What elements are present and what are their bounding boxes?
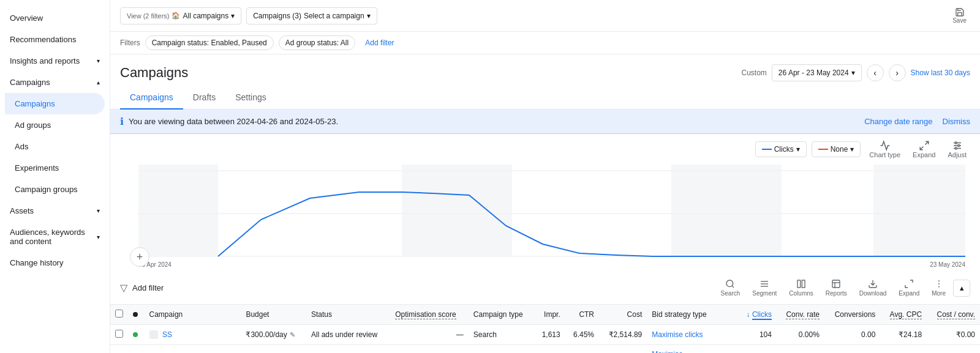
- conversions-header[interactable]: Conversions: [824, 305, 880, 325]
- svg-rect-23: [797, 280, 801, 288]
- next-date-button[interactable]: ›: [889, 64, 906, 81]
- budget-header[interactable]: Budget: [241, 305, 306, 325]
- sidebar-item-overview[interactable]: Overview: [0, 7, 105, 29]
- sidebar-item-label: Campaigns: [15, 99, 55, 108]
- row-bid-strategy-cell: Maximise clicks: [647, 325, 737, 345]
- campaign-name-link[interactable]: SS: [162, 330, 172, 339]
- change-date-range-link[interactable]: Change date range: [864, 117, 932, 126]
- row-campaign-type-cell: Search: [469, 345, 534, 354]
- chevron-down-icon: ▾: [851, 69, 855, 77]
- row-conv-rate-cell: 0.00%: [777, 325, 824, 345]
- view-filter-button[interactable]: View (2 filters) 🏠 All campaigns ▾: [120, 7, 241, 24]
- row-clicks-cell: 5: [738, 345, 777, 354]
- expand-table-button[interactable]: Expand: [894, 277, 924, 299]
- x-label-end: 23 May 2024: [930, 261, 965, 268]
- clicks-metric-button[interactable]: Clicks ▾: [755, 141, 807, 157]
- row-cost-cell: ₹354.07: [599, 345, 647, 354]
- sidebar-item-campaigns-parent[interactable]: Campaigns ▴: [0, 72, 110, 93]
- select-all-header[interactable]: [110, 305, 128, 325]
- sidebar-item-ads[interactable]: Ads: [5, 136, 105, 157]
- row-budget-cell: ₹300.00/day ✎: [241, 325, 306, 345]
- cost-conv-header[interactable]: Cost / conv.: [927, 305, 980, 325]
- select-all-checkbox[interactable]: [115, 310, 123, 318]
- svg-rect-24: [802, 280, 805, 288]
- row-avg-cpc-cell: ₹10.81: [880, 345, 927, 354]
- bid-strategy-link[interactable]: Maximise Maximise conversions: [652, 350, 724, 353]
- row-ctr-cell: 5.81%: [565, 345, 599, 354]
- chart-type-button[interactable]: Chart type: [865, 139, 904, 160]
- prev-date-button[interactable]: ‹: [867, 64, 884, 81]
- row-status-cell: [128, 325, 145, 345]
- status-col-header[interactable]: Status: [306, 305, 390, 325]
- search-button[interactable]: Search: [716, 277, 745, 299]
- tab-campaigns[interactable]: Campaigns: [120, 86, 183, 110]
- campaign-label: Campaigns (3): [253, 12, 301, 20]
- row-checkbox-cell[interactable]: [110, 345, 128, 354]
- row-impr-cell: 86: [534, 345, 565, 354]
- svg-point-30: [938, 283, 940, 284]
- svg-point-18: [726, 280, 733, 287]
- impr-value: 1,613: [542, 330, 560, 339]
- add-metric-button[interactable]: +: [130, 247, 149, 267]
- download-button[interactable]: Download: [854, 277, 891, 299]
- adjust-button[interactable]: Adjust: [944, 139, 970, 160]
- tabs: Campaigns Drafts Settings: [110, 86, 980, 110]
- opt-score-header[interactable]: Optimisation score: [390, 305, 469, 325]
- save-button[interactable]: Save: [949, 5, 970, 26]
- sidebar-item-campaign-groups[interactable]: Campaign groups: [5, 179, 105, 200]
- sidebar-item-campaigns[interactable]: Campaigns: [5, 93, 105, 114]
- expand-chart-button[interactable]: Expand: [909, 139, 939, 160]
- collapse-button[interactable]: ▴: [953, 280, 970, 297]
- sidebar-item-recommendations[interactable]: Recommendations: [0, 29, 105, 50]
- segment-button[interactable]: Segment: [747, 277, 782, 299]
- table-toolbar: ▽ Add filter Search Segment Columns: [110, 272, 980, 305]
- sidebar-item-ad-groups[interactable]: Ad groups: [5, 114, 105, 136]
- data-table-wrapper: Campaign Budget Status Optimisation scor…: [110, 305, 980, 353]
- show-last-30-button[interactable]: Show last 30 days: [911, 69, 970, 77]
- row-impr-cell: 1,613: [534, 325, 565, 345]
- info-text: You are viewing data between 2024-04-26 …: [129, 117, 338, 126]
- campaign-status-filter[interactable]: Campaign status: Enabled, Paused: [145, 35, 274, 50]
- bid-strategy-header[interactable]: Bid strategy type: [647, 305, 737, 325]
- budget-edit-icon[interactable]: ✎: [290, 331, 295, 339]
- chevron-down-icon: ▾: [850, 145, 854, 154]
- conv-rate-header[interactable]: Conv. rate: [777, 305, 824, 325]
- sidebar-item-label: Overview: [10, 13, 43, 23]
- sidebar-item-insights[interactable]: Insights and reports ▾: [0, 50, 110, 72]
- row-cost-conv-cell: ₹0.00: [927, 325, 980, 345]
- sidebar-item-experiments[interactable]: Experiments: [5, 157, 105, 179]
- campaign-type-icon: [149, 330, 158, 339]
- sort-down-icon: ↓: [747, 310, 750, 319]
- ad-group-status-label: Ad group status: All: [285, 39, 349, 47]
- clicks-header[interactable]: ↓ Clicks: [738, 305, 777, 325]
- campaign-header-label: Campaign: [149, 310, 183, 319]
- sidebar-item-label: Audiences, keywords and content: [10, 228, 97, 246]
- tab-settings[interactable]: Settings: [225, 86, 276, 110]
- date-picker[interactable]: 26 Apr - 23 May 2024 ▾: [772, 64, 862, 81]
- impr-header[interactable]: Impr.: [534, 305, 565, 325]
- none-metric-button[interactable]: None ▾: [812, 141, 861, 157]
- row-checkbox[interactable]: [115, 330, 123, 338]
- add-filter-button[interactable]: Add filter: [360, 36, 399, 50]
- reports-button[interactable]: Reports: [821, 277, 852, 299]
- sidebar-item-audiences[interactable]: Audiences, keywords and content ▾: [0, 221, 110, 252]
- row-checkbox-cell[interactable]: [110, 325, 128, 345]
- cost-conv-header-label: Cost / conv.: [937, 310, 975, 319]
- campaign-type-header[interactable]: Campaign type: [469, 305, 534, 325]
- ctr-header[interactable]: CTR: [565, 305, 599, 325]
- campaign-header[interactable]: Campaign: [145, 305, 241, 325]
- bid-strategy-link[interactable]: Maximise clicks: [652, 330, 703, 339]
- campaign-select-button[interactable]: Campaigns (3) Select a campaign ▾: [246, 7, 377, 24]
- avg-cpc-header[interactable]: Avg. CPC: [880, 305, 927, 325]
- tab-drafts[interactable]: Drafts: [183, 86, 225, 110]
- columns-button[interactable]: Columns: [784, 277, 818, 299]
- more-button[interactable]: More: [927, 277, 951, 299]
- cost-header[interactable]: Cost: [599, 305, 647, 325]
- dismiss-link[interactable]: Dismiss: [943, 117, 971, 126]
- ad-group-status-filter[interactable]: Ad group status: All: [279, 35, 355, 50]
- add-filter-table-button[interactable]: Add filter: [132, 283, 164, 292]
- sidebar-item-assets[interactable]: Assets ▾: [0, 200, 110, 221]
- sidebar-item-change-history[interactable]: Change history: [0, 252, 105, 273]
- ctr-value: 6.45%: [573, 330, 594, 339]
- chevron-down-icon: ▾: [97, 58, 100, 64]
